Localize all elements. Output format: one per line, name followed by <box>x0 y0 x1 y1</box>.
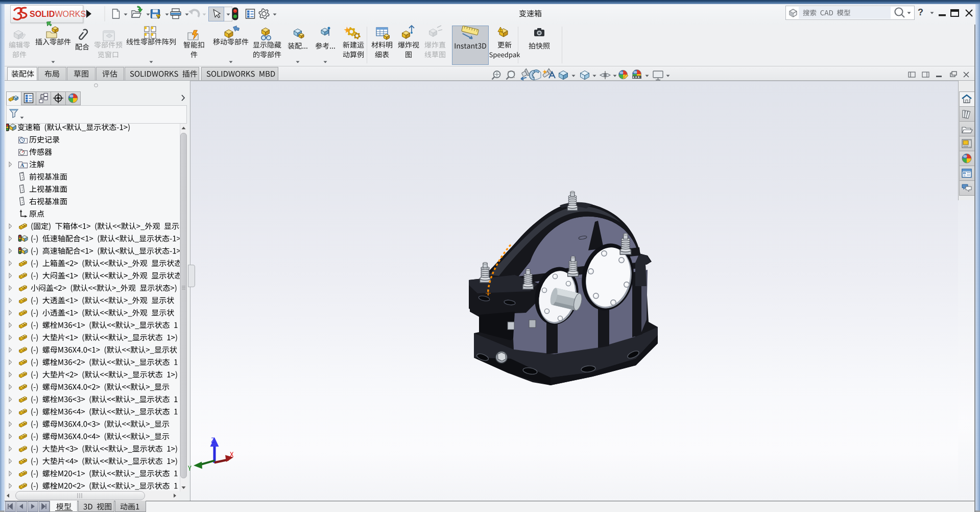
svg-text:A: A <box>20 162 25 168</box>
